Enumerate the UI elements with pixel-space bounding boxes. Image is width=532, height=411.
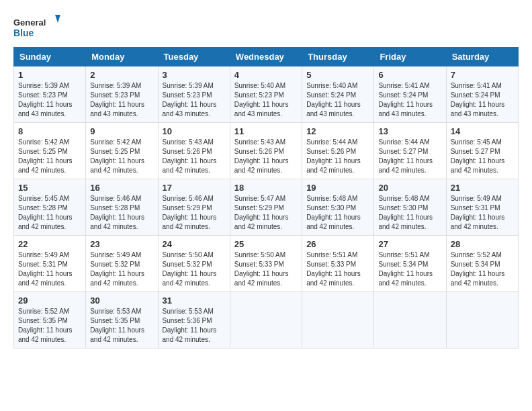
day-number: 21 bbox=[451, 183, 514, 193]
day-number: 11 bbox=[234, 126, 298, 136]
day-number: 17 bbox=[163, 183, 226, 193]
calendar-cell bbox=[302, 292, 374, 349]
calendar-cell: 28Sunrise: 5:52 AM Sunset: 5:34 PM Dayli… bbox=[446, 236, 518, 292]
day-number: 19 bbox=[306, 183, 369, 193]
day-header-thursday: Thursday bbox=[302, 48, 374, 66]
week-row-4: 22Sunrise: 5:49 AM Sunset: 5:31 PM Dayli… bbox=[14, 236, 519, 292]
day-info: Sunrise: 5:52 AM Sunset: 5:34 PM Dayligh… bbox=[451, 250, 514, 288]
logo: General Blue bbox=[13, 13, 60, 40]
day-number: 26 bbox=[306, 239, 369, 249]
day-number: 27 bbox=[378, 239, 441, 249]
calendar-cell: 5Sunrise: 5:40 AM Sunset: 5:24 PM Daylig… bbox=[302, 66, 374, 123]
calendar-cell: 24Sunrise: 5:50 AM Sunset: 5:32 PM Dayli… bbox=[158, 236, 230, 292]
svg-text:Blue: Blue bbox=[13, 28, 34, 38]
day-number: 25 bbox=[234, 239, 298, 249]
day-info: Sunrise: 5:50 AM Sunset: 5:32 PM Dayligh… bbox=[163, 250, 226, 288]
svg-text:General: General bbox=[13, 17, 46, 28]
calendar-cell: 22Sunrise: 5:49 AM Sunset: 5:31 PM Dayli… bbox=[14, 236, 86, 292]
day-info: Sunrise: 5:42 AM Sunset: 5:25 PM Dayligh… bbox=[90, 138, 153, 175]
calendar-header: SundayMondayTuesdayWednesdayThursdayFrid… bbox=[14, 48, 519, 66]
day-number: 1 bbox=[18, 70, 81, 80]
day-info: Sunrise: 5:43 AM Sunset: 5:26 PM Dayligh… bbox=[234, 138, 298, 175]
day-info: Sunrise: 5:49 AM Sunset: 5:31 PM Dayligh… bbox=[18, 250, 81, 288]
calendar-cell: 6Sunrise: 5:41 AM Sunset: 5:24 PM Daylig… bbox=[374, 66, 446, 123]
day-header-friday: Friday bbox=[374, 48, 446, 66]
day-info: Sunrise: 5:50 AM Sunset: 5:33 PM Dayligh… bbox=[234, 250, 298, 288]
day-info: Sunrise: 5:40 AM Sunset: 5:24 PM Dayligh… bbox=[306, 81, 369, 119]
day-header-saturday: Saturday bbox=[446, 48, 518, 66]
page-header: General Blue bbox=[13, 13, 519, 40]
calendar-body: 1Sunrise: 5:39 AM Sunset: 5:23 PM Daylig… bbox=[14, 66, 519, 349]
day-number: 9 bbox=[90, 126, 153, 136]
svg-marker-2 bbox=[55, 15, 60, 23]
day-header-monday: Monday bbox=[86, 48, 158, 66]
day-info: Sunrise: 5:39 AM Sunset: 5:23 PM Dayligh… bbox=[18, 81, 81, 119]
day-info: Sunrise: 5:45 AM Sunset: 5:27 PM Dayligh… bbox=[451, 138, 514, 175]
day-number: 16 bbox=[90, 183, 153, 193]
day-info: Sunrise: 5:44 AM Sunset: 5:27 PM Dayligh… bbox=[378, 138, 441, 175]
calendar-cell: 30Sunrise: 5:53 AM Sunset: 5:35 PM Dayli… bbox=[86, 292, 158, 349]
day-info: Sunrise: 5:45 AM Sunset: 5:28 PM Dayligh… bbox=[18, 194, 81, 232]
calendar-cell: 12Sunrise: 5:44 AM Sunset: 5:26 PM Dayli… bbox=[302, 123, 374, 179]
day-number: 28 bbox=[451, 239, 514, 249]
calendar-cell: 2Sunrise: 5:39 AM Sunset: 5:23 PM Daylig… bbox=[86, 66, 158, 123]
general-blue-logo-icon: General Blue bbox=[13, 13, 60, 40]
day-number: 3 bbox=[163, 70, 226, 80]
calendar-cell bbox=[230, 292, 302, 349]
day-number: 24 bbox=[163, 239, 226, 249]
day-header-wednesday: Wednesday bbox=[230, 48, 302, 66]
day-info: Sunrise: 5:40 AM Sunset: 5:23 PM Dayligh… bbox=[234, 81, 298, 119]
day-info: Sunrise: 5:46 AM Sunset: 5:29 PM Dayligh… bbox=[163, 194, 226, 232]
calendar-cell: 10Sunrise: 5:43 AM Sunset: 5:26 PM Dayli… bbox=[158, 123, 230, 179]
day-info: Sunrise: 5:47 AM Sunset: 5:29 PM Dayligh… bbox=[234, 194, 298, 232]
day-info: Sunrise: 5:41 AM Sunset: 5:24 PM Dayligh… bbox=[451, 81, 514, 119]
day-info: Sunrise: 5:42 AM Sunset: 5:25 PM Dayligh… bbox=[18, 138, 81, 175]
day-info: Sunrise: 5:51 AM Sunset: 5:33 PM Dayligh… bbox=[306, 250, 369, 288]
day-info: Sunrise: 5:48 AM Sunset: 5:30 PM Dayligh… bbox=[306, 194, 369, 232]
day-number: 20 bbox=[378, 183, 441, 193]
calendar-cell bbox=[374, 292, 446, 349]
calendar-cell: 8Sunrise: 5:42 AM Sunset: 5:25 PM Daylig… bbox=[14, 123, 86, 179]
calendar-table: SundayMondayTuesdayWednesdayThursdayFrid… bbox=[13, 47, 519, 349]
day-number: 12 bbox=[306, 126, 369, 136]
day-number: 8 bbox=[18, 126, 81, 136]
calendar-cell: 16Sunrise: 5:46 AM Sunset: 5:28 PM Dayli… bbox=[86, 179, 158, 236]
day-number: 7 bbox=[451, 70, 514, 80]
week-row-5: 29Sunrise: 5:52 AM Sunset: 5:35 PM Dayli… bbox=[14, 292, 519, 349]
day-number: 29 bbox=[18, 295, 81, 306]
calendar-cell: 14Sunrise: 5:45 AM Sunset: 5:27 PM Dayli… bbox=[446, 123, 518, 179]
day-number: 23 bbox=[90, 239, 153, 249]
day-info: Sunrise: 5:46 AM Sunset: 5:28 PM Dayligh… bbox=[90, 194, 153, 232]
day-header-sunday: Sunday bbox=[14, 48, 86, 66]
day-number: 13 bbox=[378, 126, 441, 136]
day-info: Sunrise: 5:49 AM Sunset: 5:32 PM Dayligh… bbox=[90, 250, 153, 288]
calendar-cell bbox=[446, 292, 518, 349]
calendar-cell: 15Sunrise: 5:45 AM Sunset: 5:28 PM Dayli… bbox=[14, 179, 86, 236]
day-number: 10 bbox=[163, 126, 226, 136]
calendar-cell: 7Sunrise: 5:41 AM Sunset: 5:24 PM Daylig… bbox=[446, 66, 518, 123]
day-info: Sunrise: 5:43 AM Sunset: 5:26 PM Dayligh… bbox=[163, 138, 226, 175]
day-info: Sunrise: 5:49 AM Sunset: 5:31 PM Dayligh… bbox=[451, 194, 514, 232]
week-row-3: 15Sunrise: 5:45 AM Sunset: 5:28 PM Dayli… bbox=[14, 179, 519, 236]
day-info: Sunrise: 5:39 AM Sunset: 5:23 PM Dayligh… bbox=[90, 81, 153, 119]
day-info: Sunrise: 5:51 AM Sunset: 5:34 PM Dayligh… bbox=[378, 250, 441, 288]
days-of-week-row: SundayMondayTuesdayWednesdayThursdayFrid… bbox=[14, 48, 519, 66]
day-number: 4 bbox=[234, 70, 298, 80]
day-info: Sunrise: 5:48 AM Sunset: 5:30 PM Dayligh… bbox=[378, 194, 441, 232]
calendar-cell: 31Sunrise: 5:53 AM Sunset: 5:36 PM Dayli… bbox=[158, 292, 230, 349]
day-info: Sunrise: 5:44 AM Sunset: 5:26 PM Dayligh… bbox=[306, 138, 369, 175]
calendar-cell: 19Sunrise: 5:48 AM Sunset: 5:30 PM Dayli… bbox=[302, 179, 374, 236]
day-number: 5 bbox=[306, 70, 369, 80]
calendar-cell: 27Sunrise: 5:51 AM Sunset: 5:34 PM Dayli… bbox=[374, 236, 446, 292]
day-info: Sunrise: 5:39 AM Sunset: 5:23 PM Dayligh… bbox=[163, 81, 226, 119]
calendar-cell: 26Sunrise: 5:51 AM Sunset: 5:33 PM Dayli… bbox=[302, 236, 374, 292]
calendar-cell: 29Sunrise: 5:52 AM Sunset: 5:35 PM Dayli… bbox=[14, 292, 86, 349]
calendar-cell: 3Sunrise: 5:39 AM Sunset: 5:23 PM Daylig… bbox=[158, 66, 230, 123]
calendar-cell: 13Sunrise: 5:44 AM Sunset: 5:27 PM Dayli… bbox=[374, 123, 446, 179]
day-number: 2 bbox=[90, 70, 153, 80]
day-number: 14 bbox=[451, 126, 514, 136]
day-number: 15 bbox=[18, 183, 81, 193]
day-info: Sunrise: 5:52 AM Sunset: 5:35 PM Dayligh… bbox=[18, 307, 81, 345]
week-row-2: 8Sunrise: 5:42 AM Sunset: 5:25 PM Daylig… bbox=[14, 123, 519, 179]
calendar-cell: 17Sunrise: 5:46 AM Sunset: 5:29 PM Dayli… bbox=[158, 179, 230, 236]
